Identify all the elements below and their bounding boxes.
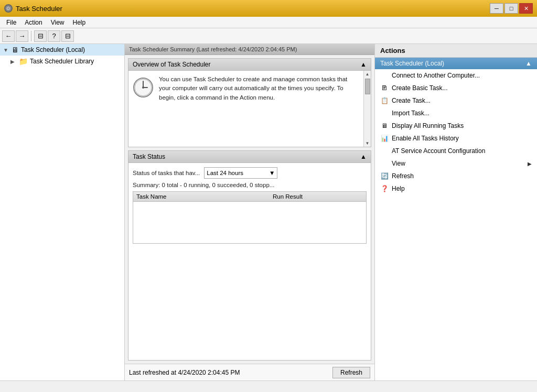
- action-at-service-label: AT Service Account Configuration: [392, 147, 485, 155]
- tree-icon-local: 🖥: [12, 46, 19, 54]
- at-service-icon: [380, 147, 389, 155]
- action-create[interactable]: 📋 Create Task...: [375, 94, 537, 107]
- action-help-label: Help: [392, 185, 405, 192]
- overview-title: Overview of Task Scheduler: [133, 61, 211, 68]
- bottom-bar: Last refreshed at 4/24/2020 2:04:45 PM R…: [125, 364, 374, 380]
- refresh-button[interactable]: Refresh: [332, 367, 370, 378]
- create-basic-icon: 🖹: [380, 84, 389, 92]
- app-icon: ⊙: [4, 4, 13, 13]
- tree-item-library[interactable]: ▶ 📁 Task Scheduler Library: [0, 56, 124, 67]
- action-create-basic-label: Create Basic Task...: [392, 84, 448, 92]
- scroll-down-arrow[interactable]: ▼: [364, 140, 371, 147]
- center-content: Overview of Task Scheduler ▲: [125, 55, 374, 364]
- title-bar-left: ⊙ Task Scheduler: [4, 4, 62, 13]
- tree-arrow-library: ▶: [10, 59, 17, 64]
- task-table-header: Task Name Run Result: [133, 192, 366, 202]
- menu-help[interactable]: Help: [69, 18, 90, 27]
- close-button[interactable]: ✕: [519, 3, 533, 14]
- toolbar-btn-view[interactable]: ⊟: [61, 30, 74, 42]
- action-display-running-label: Display All Running Tasks: [392, 122, 464, 129]
- action-at-service[interactable]: AT Service Account Configuration: [375, 145, 537, 157]
- summary-text: Summary: 0 total - 0 running, 0 succeede…: [133, 182, 367, 188]
- action-refresh-label: Refresh: [392, 172, 414, 180]
- menu-action[interactable]: Action: [20, 18, 46, 27]
- toolbar-btn-grid[interactable]: ⊟: [34, 30, 47, 42]
- overview-body: You can use Task Scheduler to create and…: [128, 71, 363, 139]
- tree-label-local: Task Scheduler (Local): [21, 46, 85, 53]
- import-icon: [380, 109, 389, 117]
- task-status-section: Task Status ▲ Status of tasks that hav..…: [128, 150, 371, 361]
- help-icon: ❓: [380, 184, 389, 193]
- actions-section-header[interactable]: Task Scheduler (Local) ▲: [375, 58, 537, 69]
- status-row: Status of tasks that hav... Last 24 hour…: [133, 167, 367, 179]
- overview-header[interactable]: Overview of Task Scheduler ▲: [128, 59, 371, 71]
- scroll-thumb[interactable]: [365, 79, 370, 94]
- clock-icon: [133, 77, 154, 98]
- view-submenu-arrow: ▶: [528, 161, 532, 167]
- action-view[interactable]: View ▶: [375, 157, 537, 170]
- task-table: Task Name Run Result: [133, 191, 367, 244]
- scroll-up-arrow[interactable]: ▲: [364, 71, 371, 78]
- overview-scrollbar[interactable]: ▲ ▼: [363, 71, 371, 147]
- action-display-running[interactable]: 🖥 Display All Running Tasks: [375, 119, 537, 132]
- action-enable-history-label: Enable All Tasks History: [392, 135, 459, 142]
- dropdown-value: Last 24 hours: [207, 170, 243, 176]
- minimize-button[interactable]: ─: [490, 3, 503, 14]
- toolbar: ← → ⊟ ? ⊟: [0, 28, 537, 44]
- tree-label-library: Task Scheduler Library: [30, 58, 94, 65]
- window-title: Task Scheduler: [16, 5, 62, 13]
- center-panel: Task Scheduler Summary (Last refreshed: …: [125, 44, 374, 380]
- action-view-label: View: [392, 160, 405, 167]
- col-task-name: Task Name: [136, 193, 273, 200]
- action-create-basic[interactable]: 🖹 Create Basic Task...: [375, 82, 537, 94]
- svg-point-4: [142, 86, 144, 89]
- status-of-tasks-label: Status of tasks that hav...: [133, 170, 200, 176]
- actions-section-label: Task Scheduler (Local): [380, 60, 444, 67]
- task-status-title: Task Status: [133, 153, 165, 160]
- scroll-track: [364, 78, 371, 140]
- action-help[interactable]: ❓ Help: [375, 182, 537, 195]
- overview-section: Overview of Task Scheduler ▲: [128, 58, 371, 147]
- refresh-icon: 🔄: [380, 172, 389, 180]
- action-import-label: Import Task...: [392, 110, 429, 117]
- enable-history-icon: 📊: [380, 134, 389, 143]
- view-icon: [380, 159, 389, 168]
- right-panel: Actions Task Scheduler (Local) ▲ Connect…: [374, 44, 537, 380]
- action-create-label: Create Task...: [392, 97, 431, 104]
- main-layout: ▼ 🖥 Task Scheduler (Local) ▶ 📁 Task Sche…: [0, 44, 537, 380]
- title-bar: ⊙ Task Scheduler ─ □ ✕: [0, 0, 537, 17]
- action-enable-history[interactable]: 📊 Enable All Tasks History: [375, 132, 537, 145]
- task-status-collapse-icon: ▲: [360, 153, 367, 160]
- connect-icon: [380, 71, 389, 80]
- toolbar-btn-help[interactable]: ?: [48, 30, 60, 42]
- actions-title: Actions: [375, 44, 537, 58]
- back-button[interactable]: ←: [2, 30, 15, 42]
- forward-button[interactable]: →: [16, 30, 28, 42]
- center-header: Task Scheduler Summary (Last refreshed: …: [125, 44, 374, 55]
- menu-bar: File Action View Help: [0, 17, 537, 28]
- tree-icon-library: 📁: [19, 57, 28, 66]
- tree-arrow-local: ▼: [3, 47, 9, 53]
- action-refresh[interactable]: 🔄 Refresh: [375, 170, 537, 182]
- dropdown-arrow-icon: ▼: [269, 170, 275, 176]
- toolbar-separator-1: [31, 31, 31, 41]
- task-status-header[interactable]: Task Status ▲: [128, 151, 371, 163]
- col-run-result: Run Result: [273, 193, 325, 200]
- actions-section-arrow: ▲: [525, 60, 532, 67]
- status-dropdown[interactable]: Last 24 hours ▼: [204, 167, 277, 179]
- window-controls: ─ □ ✕: [490, 3, 533, 14]
- create-icon: 📋: [380, 96, 389, 105]
- overview-collapse-icon: ▲: [360, 61, 367, 68]
- display-running-icon: 🖥: [380, 122, 389, 130]
- overview-text: You can use Task Scheduler to create and…: [159, 75, 359, 102]
- action-import[interactable]: Import Task...: [375, 107, 537, 119]
- status-bar: [0, 380, 537, 392]
- action-connect-label: Connect to Another Computer...: [392, 72, 480, 79]
- last-refreshed-text: Last refreshed at 4/24/2020 2:04:45 PM: [129, 369, 240, 376]
- menu-view[interactable]: View: [47, 18, 69, 27]
- task-status-body: Status of tasks that hav... Last 24 hour…: [128, 163, 371, 248]
- action-connect[interactable]: Connect to Another Computer...: [375, 69, 537, 82]
- tree-item-local[interactable]: ▼ 🖥 Task Scheduler (Local): [0, 44, 124, 56]
- maximize-button[interactable]: □: [504, 3, 518, 14]
- menu-file[interactable]: File: [2, 18, 20, 27]
